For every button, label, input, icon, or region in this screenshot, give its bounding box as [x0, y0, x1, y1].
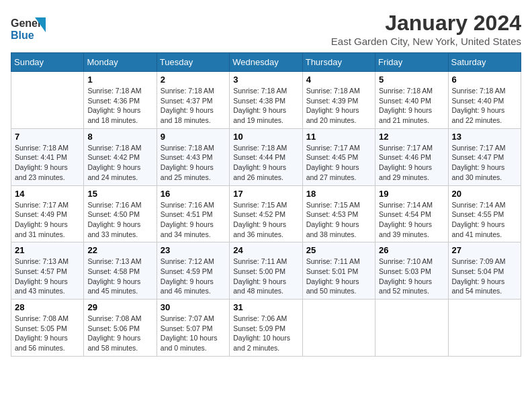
week-row-0: 1Sunrise: 7:18 AMSunset: 4:36 PMDaylight…: [11, 72, 521, 129]
header-row: SundayMondayTuesdayWednesdayThursdayFrid…: [11, 53, 521, 72]
day-number: 22: [87, 245, 152, 255]
calendar-cell: 6Sunrise: 7:18 AMSunset: 4:40 PMDaylight…: [448, 72, 521, 129]
cell-content: Sunrise: 7:17 AMSunset: 4:47 PMDaylight:…: [452, 143, 517, 183]
cell-content: Sunrise: 7:18 AMSunset: 4:40 PMDaylight:…: [379, 86, 444, 126]
calendar-cell: [448, 300, 521, 357]
calendar-cell: 13Sunrise: 7:17 AMSunset: 4:47 PMDayligh…: [448, 128, 521, 185]
calendar-cell: 21Sunrise: 7:13 AMSunset: 4:57 PMDayligh…: [11, 242, 84, 300]
header-friday: Friday: [375, 53, 448, 72]
day-number: 10: [233, 132, 298, 142]
calendar-cell: 3Sunrise: 7:18 AMSunset: 4:38 PMDaylight…: [230, 72, 302, 129]
cell-content: Sunrise: 7:17 AMSunset: 4:46 PMDaylight:…: [379, 143, 444, 183]
day-number: 1: [87, 75, 152, 85]
cell-content: Sunrise: 7:17 AMSunset: 4:49 PMDaylight:…: [15, 200, 80, 240]
cell-content: Sunrise: 7:18 AMSunset: 4:42 PMDaylight:…: [87, 143, 152, 183]
cell-content: Sunrise: 7:10 AMSunset: 5:03 PMDaylight:…: [379, 257, 444, 296]
calendar-cell: 29Sunrise: 7:08 AMSunset: 5:06 PMDayligh…: [84, 300, 157, 357]
calendar-title: January 2024: [331, 11, 521, 36]
day-number: 8: [87, 132, 152, 142]
day-number: 7: [15, 132, 80, 142]
calendar-cell: [375, 300, 448, 357]
day-number: 9: [161, 132, 226, 142]
calendar-cell: [11, 72, 84, 129]
calendar-cell: 28Sunrise: 7:08 AMSunset: 5:05 PMDayligh…: [11, 300, 84, 357]
calendar-cell: 25Sunrise: 7:11 AMSunset: 5:01 PMDayligh…: [302, 242, 375, 300]
svg-text:Blue: Blue: [11, 30, 34, 41]
cell-content: Sunrise: 7:16 AMSunset: 4:51 PMDaylight:…: [161, 200, 226, 240]
calendar-table: SundayMondayTuesdayWednesdayThursdayFrid…: [11, 52, 521, 357]
cell-content: Sunrise: 7:11 AMSunset: 5:00 PMDaylight:…: [233, 257, 298, 296]
cell-content: Sunrise: 7:12 AMSunset: 4:59 PMDaylight:…: [161, 257, 226, 296]
day-number: 18: [306, 189, 371, 199]
cell-content: Sunrise: 7:08 AMSunset: 5:05 PMDaylight:…: [15, 314, 80, 353]
cell-content: Sunrise: 7:18 AMSunset: 4:41 PMDaylight:…: [15, 143, 80, 183]
calendar-cell: 23Sunrise: 7:12 AMSunset: 4:59 PMDayligh…: [157, 242, 229, 300]
page-header: General Blue January 2024 East Garden Ci…: [11, 11, 521, 47]
calendar-cell: 24Sunrise: 7:11 AMSunset: 5:00 PMDayligh…: [230, 242, 302, 300]
day-number: 4: [306, 75, 371, 85]
cell-content: Sunrise: 7:06 AMSunset: 5:09 PMDaylight:…: [233, 314, 298, 353]
calendar-cell: 8Sunrise: 7:18 AMSunset: 4:42 PMDaylight…: [84, 128, 157, 185]
day-number: 31: [233, 302, 298, 312]
calendar-cell: 20Sunrise: 7:14 AMSunset: 4:55 PMDayligh…: [448, 185, 521, 242]
day-number: 26: [379, 245, 444, 255]
cell-content: Sunrise: 7:14 AMSunset: 4:55 PMDaylight:…: [452, 200, 517, 240]
calendar-cell: 22Sunrise: 7:13 AMSunset: 4:58 PMDayligh…: [84, 242, 157, 300]
header-wednesday: Wednesday: [230, 53, 302, 72]
header-tuesday: Tuesday: [157, 53, 229, 72]
day-number: 12: [379, 132, 444, 142]
day-number: 17: [233, 189, 298, 199]
calendar-cell: 17Sunrise: 7:15 AMSunset: 4:52 PMDayligh…: [230, 185, 302, 242]
day-number: 29: [87, 302, 152, 312]
cell-content: Sunrise: 7:18 AMSunset: 4:38 PMDaylight:…: [233, 86, 298, 126]
day-number: 21: [15, 245, 80, 255]
day-number: 3: [233, 75, 298, 85]
header-saturday: Saturday: [448, 53, 521, 72]
day-number: 6: [452, 75, 517, 85]
cell-content: Sunrise: 7:18 AMSunset: 4:36 PMDaylight:…: [87, 86, 152, 126]
header-thursday: Thursday: [302, 53, 375, 72]
calendar-cell: 12Sunrise: 7:17 AMSunset: 4:46 PMDayligh…: [375, 128, 448, 185]
calendar-cell: [302, 300, 375, 357]
week-row-2: 14Sunrise: 7:17 AMSunset: 4:49 PMDayligh…: [11, 185, 521, 242]
week-row-3: 21Sunrise: 7:13 AMSunset: 4:57 PMDayligh…: [11, 242, 521, 300]
cell-content: Sunrise: 7:09 AMSunset: 5:04 PMDaylight:…: [452, 257, 517, 296]
calendar-cell: 27Sunrise: 7:09 AMSunset: 5:04 PMDayligh…: [448, 242, 521, 300]
cell-content: Sunrise: 7:15 AMSunset: 4:52 PMDaylight:…: [233, 200, 298, 240]
cell-content: Sunrise: 7:11 AMSunset: 5:01 PMDaylight:…: [306, 257, 371, 296]
cell-content: Sunrise: 7:16 AMSunset: 4:50 PMDaylight:…: [87, 200, 152, 240]
day-number: 25: [306, 245, 371, 255]
cell-content: Sunrise: 7:15 AMSunset: 4:53 PMDaylight:…: [306, 200, 371, 240]
cell-content: Sunrise: 7:18 AMSunset: 4:40 PMDaylight:…: [452, 86, 517, 126]
title-block: January 2024 East Garden City, New York,…: [331, 11, 521, 47]
cell-content: Sunrise: 7:13 AMSunset: 4:58 PMDaylight:…: [87, 257, 152, 296]
cell-content: Sunrise: 7:07 AMSunset: 5:07 PMDaylight:…: [161, 314, 226, 353]
calendar-cell: 2Sunrise: 7:18 AMSunset: 4:37 PMDaylight…: [157, 72, 229, 129]
day-number: 24: [233, 245, 298, 255]
day-number: 20: [452, 189, 517, 199]
calendar-cell: 7Sunrise: 7:18 AMSunset: 4:41 PMDaylight…: [11, 128, 84, 185]
header-monday: Monday: [84, 53, 157, 72]
calendar-cell: 9Sunrise: 7:18 AMSunset: 4:43 PMDaylight…: [157, 128, 229, 185]
calendar-cell: 19Sunrise: 7:14 AMSunset: 4:54 PMDayligh…: [375, 185, 448, 242]
calendar-cell: 10Sunrise: 7:18 AMSunset: 4:44 PMDayligh…: [230, 128, 302, 185]
calendar-cell: 11Sunrise: 7:17 AMSunset: 4:45 PMDayligh…: [302, 128, 375, 185]
calendar-cell: 4Sunrise: 7:18 AMSunset: 4:39 PMDaylight…: [302, 72, 375, 129]
day-number: 13: [452, 132, 517, 142]
week-row-1: 7Sunrise: 7:18 AMSunset: 4:41 PMDaylight…: [11, 128, 521, 185]
calendar-cell: 16Sunrise: 7:16 AMSunset: 4:51 PMDayligh…: [157, 185, 229, 242]
calendar-cell: 15Sunrise: 7:16 AMSunset: 4:50 PMDayligh…: [84, 185, 157, 242]
calendar-cell: 14Sunrise: 7:17 AMSunset: 4:49 PMDayligh…: [11, 185, 84, 242]
day-number: 2: [161, 75, 226, 85]
cell-content: Sunrise: 7:14 AMSunset: 4:54 PMDaylight:…: [379, 200, 444, 240]
day-number: 11: [306, 132, 371, 142]
day-number: 15: [87, 189, 152, 199]
cell-content: Sunrise: 7:18 AMSunset: 4:43 PMDaylight:…: [161, 143, 226, 183]
calendar-cell: 1Sunrise: 7:18 AMSunset: 4:36 PMDaylight…: [84, 72, 157, 129]
day-number: 30: [161, 302, 226, 312]
calendar-cell: 30Sunrise: 7:07 AMSunset: 5:07 PMDayligh…: [157, 300, 229, 357]
calendar-cell: 31Sunrise: 7:06 AMSunset: 5:09 PMDayligh…: [230, 300, 302, 357]
day-number: 5: [379, 75, 444, 85]
cell-content: Sunrise: 7:18 AMSunset: 4:37 PMDaylight:…: [161, 86, 226, 126]
cell-content: Sunrise: 7:08 AMSunset: 5:06 PMDaylight:…: [87, 314, 152, 353]
